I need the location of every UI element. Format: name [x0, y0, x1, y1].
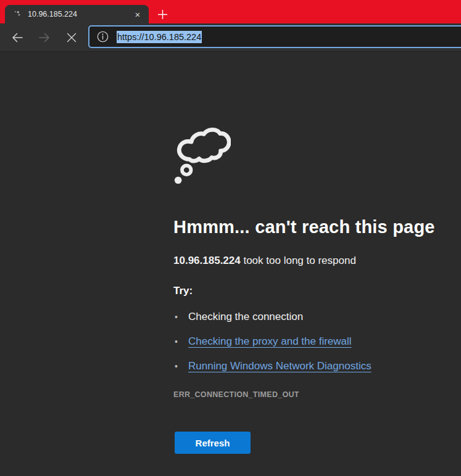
loading-spinner-icon [12, 9, 22, 19]
close-x-icon [66, 32, 77, 43]
try-label: Try: [173, 285, 461, 297]
back-button[interactable] [7, 27, 28, 48]
suggestion-item: Checking the proxy and the firewall [173, 335, 461, 348]
arrow-right-icon [38, 31, 51, 44]
forward-button[interactable] [34, 27, 55, 48]
suggestion-checking-connection: Checking the connection [188, 311, 303, 322]
stop-button[interactable] [61, 27, 82, 48]
new-tab-button[interactable] [153, 5, 172, 23]
page-info-icon[interactable] [97, 31, 109, 43]
tab-title: 10.96.185.224 [28, 10, 131, 18]
tab-bar: 10.96.185.224 × [0, 0, 461, 23]
error-host: 10.96.185.224 [173, 255, 241, 266]
address-bar[interactable]: https://10.96.185.224 [88, 25, 461, 48]
thought-bubble-cloud-icon [173, 123, 231, 186]
link-network-diagnostics[interactable]: Running Windows Network Diagnostics [188, 360, 372, 372]
browser-tab[interactable]: 10.96.185.224 × [5, 5, 149, 23]
plus-icon [157, 9, 168, 20]
link-checking-proxy-firewall[interactable]: Checking the proxy and the firewall [188, 335, 352, 347]
error-subtitle: 10.96.185.224 took too long to respond [173, 255, 461, 267]
error-title: Hmmm... can't reach this page [173, 217, 461, 237]
suggestion-list: Checking the connection Checking the pro… [173, 310, 461, 373]
arrow-left-icon [11, 31, 23, 44]
navigation-bar: https://10.96.185.224 [0, 23, 461, 52]
refresh-button[interactable]: Refresh [175, 432, 251, 454]
error-subtitle-text: took too long to respond [241, 255, 356, 266]
suggestion-item: Checking the connection [173, 310, 461, 324]
error-page: Hmmm... can't reach this page 10.96.185.… [0, 52, 461, 476]
error-code: ERR_CONNECTION_TIMED_OUT [173, 390, 461, 399]
tab-close-icon[interactable]: × [131, 8, 144, 20]
browser-window: 10.96.185.224 × [0, 0, 461, 476]
suggestion-item: Running Windows Network Diagnostics [173, 359, 461, 373]
address-input-value[interactable]: https://10.96.185.224 [117, 31, 202, 43]
